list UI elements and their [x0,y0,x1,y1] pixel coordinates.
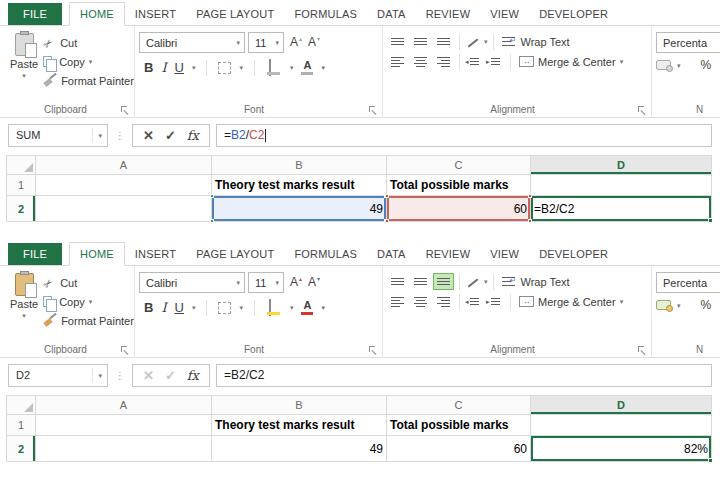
merge-center-dropdown-icon[interactable]: ▾ [620,58,624,65]
tab-page-layout[interactable]: PAGE LAYOUT [186,3,284,25]
clipboard-dialog-launcher-icon[interactable] [121,106,129,114]
row-header-1[interactable]: 1 [6,175,36,196]
fill-color-icon[interactable] [266,300,282,315]
cell-d2-active[interactable]: 82% [531,436,712,462]
cut-button[interactable]: ✂ Cut [43,274,134,291]
column-header-a[interactable]: A [36,395,212,415]
font-size-combo[interactable]: 11 ▾ [248,32,284,53]
row-header-2[interactable]: 2 [6,436,36,462]
clipboard-dialog-launcher-icon[interactable] [121,346,129,354]
accounting-dropdown-icon[interactable]: ▾ [677,302,681,309]
tab-file[interactable]: FILE [8,3,62,25]
shrink-font-button[interactable]: A▾ [308,276,320,289]
align-left-button[interactable] [387,293,408,310]
underline-dropdown-icon[interactable]: ▾ [192,64,196,71]
alignment-dialog-launcher-icon[interactable] [638,106,646,114]
tab-review[interactable]: REVIEW [416,3,481,25]
tab-data[interactable]: DATA [367,243,416,265]
range-handle[interactable] [528,194,532,198]
accounting-dropdown-icon[interactable]: ▾ [677,62,681,69]
shrink-font-button[interactable]: A▾ [308,36,320,49]
row-header-1[interactable]: 1 [6,415,36,436]
number-format-combo[interactable]: Percenta [656,272,720,293]
formula-input[interactable]: =B2/C2 [216,124,712,147]
decrease-indent-button[interactable]: ◂ [465,56,484,68]
tab-file[interactable]: FILE [8,243,62,265]
font-color-dropdown-icon[interactable]: ▾ [321,304,325,311]
underline-dropdown-icon[interactable]: ▾ [192,304,196,311]
tab-page-layout[interactable]: PAGE LAYOUT [186,243,284,265]
cell-d1[interactable] [531,415,712,436]
cell-a2[interactable] [36,196,212,222]
column-header-b[interactable]: B [212,155,387,175]
cancel-button[interactable]: ✕ [143,129,154,142]
copy-button[interactable]: Copy ▾ [43,53,134,70]
percent-style-button[interactable]: % [701,298,712,312]
tab-developer[interactable]: DEVELOPER [529,3,618,25]
font-color-icon[interactable]: A [301,300,313,315]
decrease-indent-button[interactable]: ◂ [465,296,484,308]
select-all-corner[interactable] [6,155,36,175]
bold-button[interactable]: B [144,60,153,75]
copy-button[interactable]: Copy ▾ [43,293,134,310]
name-box-dropdown-icon[interactable]: ▾ [92,128,107,143]
formula-input[interactable]: =B2/C2 [216,364,712,387]
cell-a1[interactable] [36,175,212,196]
top-align-button[interactable] [387,273,408,290]
merge-center-button[interactable]: ↔ Merge & Center ▾ [516,56,623,68]
increase-indent-button[interactable]: ▸ [486,296,505,308]
formula-bar-grip-icon[interactable]: ⋮ [108,130,132,141]
tab-data[interactable]: DATA [367,3,416,25]
grow-font-button[interactable]: A▴ [290,276,302,289]
cell-d2-active[interactable]: =B2/C2 [531,196,712,222]
font-name-combo[interactable]: Calibri ▾ [139,32,245,53]
alignment-dialog-launcher-icon[interactable] [638,346,646,354]
paste-button[interactable]: Paste ▾ [10,31,38,102]
cell-b2[interactable]: 49 [212,436,387,462]
borders-icon[interactable] [218,62,231,74]
insert-function-button[interactable]: fx [187,368,199,383]
name-box[interactable]: SUM ▾ [8,124,108,147]
tab-insert[interactable]: INSERT [125,243,186,265]
align-center-button[interactable] [410,53,431,70]
bottom-align-button[interactable] [433,33,454,50]
font-size-dropdown-icon[interactable]: ▾ [270,279,279,286]
borders-dropdown-icon[interactable]: ▾ [239,64,243,71]
range-handle[interactable] [210,219,214,223]
underline-button[interactable]: U [175,300,184,315]
paste-button[interactable]: Paste ▾ [10,271,38,342]
italic-button[interactable]: I [161,300,166,315]
range-handle[interactable] [210,194,214,198]
tab-home[interactable]: HOME [69,242,125,266]
cell-d1[interactable] [531,175,712,196]
insert-function-button[interactable]: fx [187,128,199,143]
fill-handle[interactable] [708,458,713,463]
cell-a1[interactable] [36,415,212,436]
cell-b1[interactable]: Theory test marks result [212,175,387,196]
cell-c1[interactable]: Total possible marks [387,415,531,436]
font-name-combo[interactable]: Calibri ▾ [139,272,245,293]
borders-dropdown-icon[interactable]: ▾ [239,304,243,311]
font-size-dropdown-icon[interactable]: ▾ [270,39,279,46]
select-all-corner[interactable] [6,395,36,415]
accounting-format-icon[interactable] [656,60,671,70]
tab-view[interactable]: VIEW [480,243,529,265]
copy-dropdown-icon[interactable]: ▾ [89,298,93,305]
fill-color-icon[interactable] [266,60,282,75]
top-align-button[interactable] [387,33,408,50]
tab-formulas[interactable]: FORMULAS [284,3,367,25]
tab-view[interactable]: VIEW [480,3,529,25]
orientation-icon[interactable] [465,275,482,289]
align-right-button[interactable] [433,53,454,70]
column-header-a[interactable]: A [36,155,212,175]
accounting-format-icon[interactable] [656,300,671,310]
cell-a2[interactable] [36,436,212,462]
tab-review[interactable]: REVIEW [416,243,481,265]
enter-button[interactable]: ✓ [165,129,176,142]
column-header-b[interactable]: B [212,395,387,415]
merge-center-button[interactable]: ↔ Merge & Center ▾ [516,296,623,308]
orientation-dropdown-icon[interactable]: ▾ [484,38,488,45]
grow-font-button[interactable]: A▴ [290,36,302,49]
font-color-dropdown-icon[interactable]: ▾ [321,64,325,71]
cell-b2[interactable]: 49 [212,196,387,222]
